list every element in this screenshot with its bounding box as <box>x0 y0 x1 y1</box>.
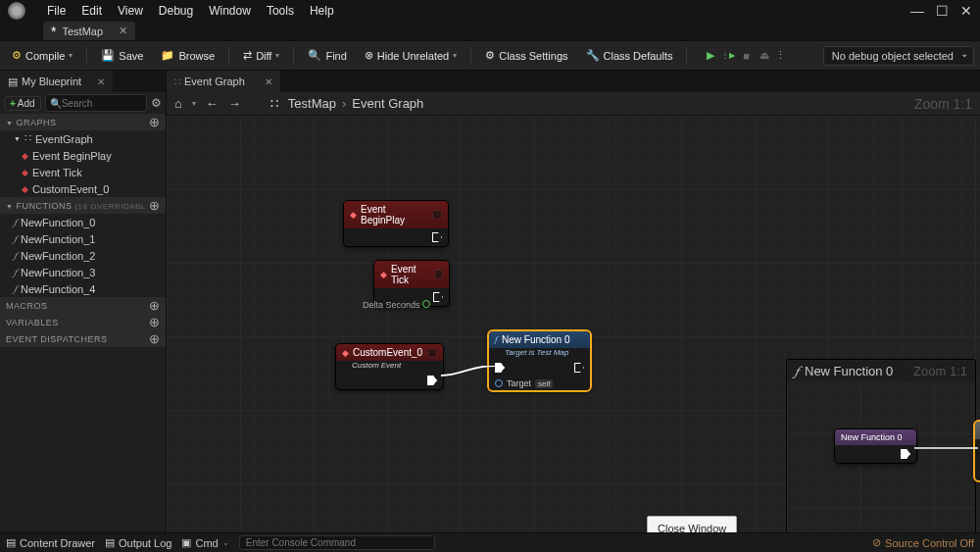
eject-button[interactable]: ⏏ <box>757 48 772 64</box>
add-function-icon[interactable]: ⊕ <box>149 198 161 213</box>
menu-file[interactable]: File <box>47 4 66 18</box>
my-blueprint-tab[interactable]: ▤ My Blueprint ✕ <box>0 71 113 92</box>
close-icon[interactable]: ✕ <box>265 76 272 87</box>
node-new-function-call[interactable]: 𝑓New Function 0 Target is Test Map Targe… <box>488 330 591 391</box>
zoom-indicator: Zoom 1:1 <box>914 96 972 112</box>
function-icon: 𝑓 <box>14 250 17 262</box>
menu-edit[interactable]: Edit <box>81 4 102 18</box>
graph-nav-toolbar: ⌂▾ ← → ∷ TestMap › Event Graph Zoom 1:1 <box>167 92 980 116</box>
hide-unrelated-button[interactable]: ⊗Hide Unrelated▾ <box>359 46 463 65</box>
document-tab-row: * TestMap ✕ <box>0 22 980 41</box>
section-graphs[interactable]: ▼GRAPHS⊕ <box>0 114 166 130</box>
source-control-button[interactable]: ⊘Source Control Off <box>872 536 974 549</box>
add-macro-icon[interactable]: ⊕ <box>149 298 161 313</box>
section-variables[interactable]: VARIABLES⊕ <box>0 314 166 330</box>
function-item[interactable]: 𝑓NewFunction_3 <box>0 264 166 280</box>
node-event-beginplay[interactable]: ◆Event BeginPlay <box>343 200 449 247</box>
target-pin[interactable]: Target self <box>489 376 590 390</box>
event-item-tick[interactable]: ◆Event Tick <box>0 164 166 180</box>
node-custom-event[interactable]: ◆CustomEvent_0 Custom Event <box>335 343 444 390</box>
app-logo <box>8 2 25 20</box>
home-icon[interactable]: ⌂ <box>174 96 182 111</box>
exec-out-pin[interactable] <box>432 232 442 242</box>
console-input[interactable] <box>239 535 435 550</box>
menu-window[interactable]: Window <box>209 4 251 18</box>
window-minimize-icon[interactable]: — <box>910 3 924 19</box>
event-icon: ◆ <box>22 168 28 177</box>
compile-button[interactable]: ⚙Compile▾ <box>6 46 78 65</box>
menu-tools[interactable]: Tools <box>267 4 294 18</box>
terminal-icon: ▣ <box>181 536 191 549</box>
menu-help[interactable]: Help <box>310 4 334 18</box>
find-button[interactable]: 🔍Find <box>302 46 352 65</box>
back-icon[interactable]: ← <box>206 96 219 111</box>
exec-in-pin[interactable] <box>495 363 505 373</box>
delta-seconds-pin[interactable]: Delta Seconds <box>363 300 430 310</box>
output-log-button[interactable]: ▤Output Log <box>105 536 172 549</box>
browse-button[interactable]: 📁Browse <box>155 46 220 65</box>
add-dispatcher-icon[interactable]: ⊕ <box>149 331 161 346</box>
add-new-button[interactable]: +Add <box>4 96 41 111</box>
forward-icon[interactable]: → <box>228 96 241 111</box>
function-item[interactable]: 𝑓NewFunction_2 <box>0 247 166 264</box>
event-graph-tab[interactable]: ∷ Event Graph ✕ <box>167 71 280 92</box>
content-drawer-button[interactable]: ▤Content Drawer <box>6 536 95 549</box>
section-macros[interactable]: MACROS⊕ <box>0 297 166 314</box>
event-item-custom[interactable]: ◆CustomEvent_0 <box>0 180 166 197</box>
class-defaults-button[interactable]: 🔧Class Defaults <box>580 46 679 65</box>
close-icon[interactable]: ✕ <box>119 25 127 37</box>
source-control-off-icon: ⊘ <box>872 536 881 549</box>
close-icon[interactable]: ✕ <box>97 76 105 87</box>
exec-out-pin[interactable] <box>433 292 443 302</box>
chevron-right-icon: › <box>342 96 346 111</box>
bookmark-icon[interactable] <box>427 348 437 358</box>
eye-off-icon: ⊗ <box>365 49 373 62</box>
add-graph-icon[interactable]: ⊕ <box>149 115 161 129</box>
play-options-dropdown[interactable]: ⋮▶ <box>721 51 735 60</box>
window-close-icon[interactable]: ✕ <box>960 3 972 19</box>
settings-gear-icon[interactable]: ⚙ <box>151 96 162 110</box>
exec-out-pin[interactable] <box>427 376 437 385</box>
section-functions[interactable]: ▼FUNCTIONS (18 OVERRIDABL⊕ <box>0 197 166 214</box>
graph-canvas[interactable]: ◆Event BeginPlay ◆Event Tick Delta Secon… <box>167 116 980 532</box>
function-icon: 𝑓 <box>14 217 17 228</box>
menu-view[interactable]: View <box>118 4 143 18</box>
diff-button[interactable]: ⇄Diff▾ <box>237 46 285 65</box>
function-preview-panel[interactable]: 𝑓 New Function 0 Zoom 1:1 New Function 0… <box>786 359 976 532</box>
preview-node-entry[interactable]: New Function 0 <box>834 428 917 464</box>
exec-out-pin[interactable] <box>901 449 910 459</box>
tooltip: Close Window <box>647 516 737 532</box>
debug-object-selector[interactable]: No debug object selected <box>823 46 974 66</box>
preview-header: 𝑓 New Function 0 Zoom 1:1 <box>787 360 975 381</box>
function-item[interactable]: 𝑓NewFunction_1 <box>0 230 166 247</box>
breadcrumb-root[interactable]: TestMap <box>288 96 336 111</box>
section-dispatchers[interactable]: EVENT DISPATCHERS⊕ <box>0 330 166 347</box>
menu-debug[interactable]: Debug <box>159 4 193 18</box>
browse-icon: 📁 <box>161 49 174 62</box>
preview-node-flipflop[interactable]: ⌗Flip Flop A B Is A <box>974 421 980 481</box>
function-item[interactable]: 𝑓NewFunction_4 <box>0 280 166 297</box>
grid-icon[interactable]: ∷ <box>270 96 278 111</box>
search-icon: 🔍 <box>50 98 62 109</box>
search-input[interactable] <box>62 98 142 109</box>
save-button[interactable]: 💾Save <box>95 46 149 65</box>
graph-item-eventgraph[interactable]: ▼∷EventGraph <box>0 130 166 147</box>
graph-icon: ∷ <box>174 76 180 87</box>
function-item[interactable]: 𝑓NewFunction_0 <box>0 214 166 230</box>
window-maximize-icon[interactable]: ☐ <box>936 3 949 19</box>
event-item-beginplay[interactable]: ◆Event BeginPlay <box>0 147 166 164</box>
play-menu-button[interactable]: ⋮ <box>775 49 786 62</box>
main-menubar: File Edit View Debug Window Tools Help —… <box>0 0 980 22</box>
play-controls: ▶ ⋮▶ ■ ⏏ ⋮ <box>703 48 786 64</box>
cmd-selector[interactable]: ▣Cmd⌄ <box>181 536 228 549</box>
play-button[interactable]: ▶ <box>703 48 718 64</box>
breadcrumb-leaf[interactable]: Event Graph <box>352 96 423 111</box>
skip-button[interactable]: ■ <box>738 48 754 64</box>
exec-out-pin[interactable] <box>574 363 584 373</box>
add-variable-icon[interactable]: ⊕ <box>149 315 161 329</box>
bookmark-icon[interactable] <box>434 270 443 279</box>
class-settings-button[interactable]: ⚙Class Settings <box>479 46 573 65</box>
bookmark-icon[interactable] <box>432 210 442 220</box>
dirty-indicator-icon: * <box>51 24 56 39</box>
doc-tab-testmap[interactable]: * TestMap ✕ <box>43 22 135 40</box>
